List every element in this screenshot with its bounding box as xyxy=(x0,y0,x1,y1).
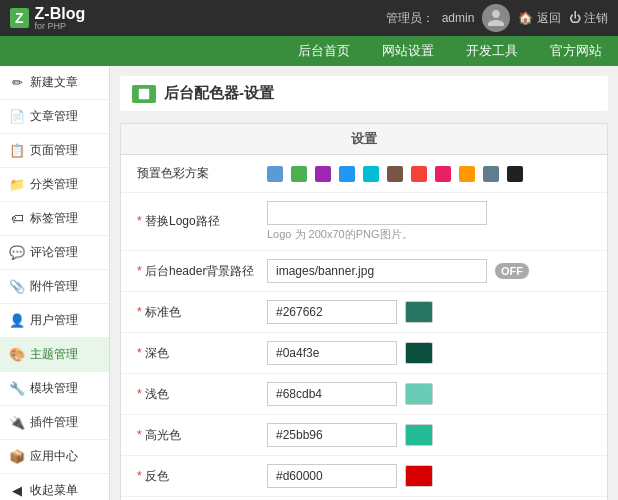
sidebar-item-plugin[interactable]: 🔌 插件管理 xyxy=(0,406,109,440)
sidebar-item-tag[interactable]: 🏷 标签管理 xyxy=(0,202,109,236)
value-dark-color xyxy=(267,341,591,365)
user-icon: 👤 xyxy=(10,314,24,328)
label-standard-color: 标准色 xyxy=(137,304,267,321)
sidebar-label-category: 分类管理 xyxy=(30,176,78,193)
sidebar-label-new-post: 新建文章 xyxy=(30,74,78,91)
page-title: 后台配色器-设置 xyxy=(164,84,274,103)
standard-color-input[interactable] xyxy=(267,300,397,324)
swatch-7[interactable] xyxy=(435,166,451,182)
label-reverse-color: 反色 xyxy=(137,468,267,485)
header-bg-input[interactable] xyxy=(267,259,487,283)
logo-path-input[interactable] xyxy=(267,201,487,225)
page-title-bar: 后台配色器-设置 xyxy=(120,76,608,111)
svg-rect-0 xyxy=(139,88,150,99)
tag-icon: 🏷 xyxy=(10,212,24,226)
back-link[interactable]: 🏠 返回 xyxy=(518,10,560,27)
avatar xyxy=(482,4,510,32)
row-preset-color: 预置色彩方案 xyxy=(121,155,607,193)
dark-color-input[interactable] xyxy=(267,341,397,365)
plugin-icon: 🔌 xyxy=(10,416,24,430)
reverse-color-input[interactable] xyxy=(267,464,397,488)
sidebar-item-comment[interactable]: 💬 评论管理 xyxy=(0,236,109,270)
page-icon: 📋 xyxy=(10,144,24,158)
sidebar-item-app-center[interactable]: 📦 应用中心 xyxy=(0,440,109,474)
swatch-10[interactable] xyxy=(507,166,523,182)
label-highlight-color: 高光色 xyxy=(137,427,267,444)
logout-link[interactable]: ⏻ 注销 xyxy=(569,10,608,27)
swatch-0[interactable] xyxy=(267,166,283,182)
nav-site-settings[interactable]: 网站设置 xyxy=(366,36,450,66)
row-light-color: 浅色 xyxy=(121,374,607,415)
nav-dashboard[interactable]: 后台首页 xyxy=(282,36,366,66)
sidebar-label-collapse: 收起菜单 xyxy=(30,482,78,499)
logo-area: Z Z-Blog for PHP xyxy=(10,5,85,31)
page-title-icon xyxy=(132,85,156,103)
settings-box: 设置 预置色彩方案 xyxy=(120,123,608,500)
collapse-icon: ◀ xyxy=(10,484,24,498)
label-light-color: 浅色 xyxy=(137,386,267,403)
sidebar-label-attachment: 附件管理 xyxy=(30,278,78,295)
row-standard-color: 标准色 xyxy=(121,292,607,333)
standard-color-preview[interactable] xyxy=(405,301,433,323)
sidebar-label-post: 文章管理 xyxy=(30,108,78,125)
post-icon: 📄 xyxy=(10,110,24,124)
swatch-4[interactable] xyxy=(363,166,379,182)
value-replace-logo: Logo 为 200x70的PNG图片。 xyxy=(267,201,591,242)
sidebar-item-post-management[interactable]: 📄 文章管理 xyxy=(0,100,109,134)
highlight-color-input[interactable] xyxy=(267,423,397,447)
swatch-3[interactable] xyxy=(339,166,355,182)
sidebar-label-app: 应用中心 xyxy=(30,448,78,465)
new-post-icon: ✏ xyxy=(10,76,24,90)
main-content: 后台配色器-设置 设置 预置色彩方案 xyxy=(110,66,618,500)
reverse-color-preview[interactable] xyxy=(405,465,433,487)
user-info: 管理员： admin 🏠 返回 ⏻ 注销 xyxy=(386,4,608,32)
swatch-9[interactable] xyxy=(483,166,499,182)
row-dark-color: 深色 xyxy=(121,333,607,374)
sidebar-item-attachment[interactable]: 📎 附件管理 xyxy=(0,270,109,304)
sidebar-item-new-post[interactable]: ✏ 新建文章 xyxy=(0,66,109,100)
label-preset-color: 预置色彩方案 xyxy=(137,165,267,182)
logo-brand: Z-Blog for PHP xyxy=(35,5,86,31)
label-header-bg: 后台header背景路径 xyxy=(137,263,267,280)
value-light-color xyxy=(267,382,591,406)
value-standard-color xyxy=(267,300,591,324)
module-icon: 🔧 xyxy=(10,382,24,396)
nav-dev-tools[interactable]: 开发工具 xyxy=(450,36,534,66)
value-header-bg: OFF xyxy=(267,259,591,283)
nav-official-site[interactable]: 官方网站 xyxy=(534,36,618,66)
sidebar-item-category[interactable]: 📁 分类管理 xyxy=(0,168,109,202)
swatch-1[interactable] xyxy=(291,166,307,182)
sidebar-label-module: 模块管理 xyxy=(30,380,78,397)
label-replace-logo: 替换Logo路径 xyxy=(137,213,267,230)
sidebar-item-module[interactable]: 🔧 模块管理 xyxy=(0,372,109,406)
highlight-color-preview[interactable] xyxy=(405,424,433,446)
sidebar-item-user[interactable]: 👤 用户管理 xyxy=(0,304,109,338)
sidebar: ✏ 新建文章 📄 文章管理 📋 页面管理 📁 分类管理 🏷 标签管理 💬 评论管… xyxy=(0,66,110,500)
row-replace-logo: 替换Logo路径 Logo 为 200x70的PNG图片。 xyxy=(121,193,607,251)
sidebar-item-collapse[interactable]: ◀ 收起菜单 xyxy=(0,474,109,500)
theme-icon: 🎨 xyxy=(10,348,24,362)
swatch-2[interactable] xyxy=(315,166,331,182)
header: Z Z-Blog for PHP 管理员： admin 🏠 返回 ⏻ 注销 xyxy=(0,0,618,36)
row-reverse-color: 反色 xyxy=(121,456,607,497)
header-bg-toggle[interactable]: OFF xyxy=(495,263,529,279)
sidebar-label-tag: 标签管理 xyxy=(30,210,78,227)
swatch-5[interactable] xyxy=(387,166,403,182)
swatch-8[interactable] xyxy=(459,166,475,182)
light-color-preview[interactable] xyxy=(405,383,433,405)
row-header-bg: 后台header背景路径 OFF xyxy=(121,251,607,292)
sidebar-item-page-management[interactable]: 📋 页面管理 xyxy=(0,134,109,168)
user-label: 管理员： xyxy=(386,10,434,27)
light-color-input[interactable] xyxy=(267,382,397,406)
sidebar-item-theme[interactable]: 🎨 主题管理 xyxy=(0,338,109,372)
swatch-6[interactable] xyxy=(411,166,427,182)
sidebar-label-theme: 主题管理 xyxy=(30,346,78,363)
sidebar-label-comment: 评论管理 xyxy=(30,244,78,261)
value-preset-color xyxy=(267,166,591,182)
layout: ✏ 新建文章 📄 文章管理 📋 页面管理 📁 分类管理 🏷 标签管理 💬 评论管… xyxy=(0,66,618,500)
top-nav: 后台首页 网站设置 开发工具 官方网站 xyxy=(0,36,618,66)
category-icon: 📁 xyxy=(10,178,24,192)
logo-hint: Logo 为 200x70的PNG图片。 xyxy=(267,227,487,242)
dark-color-preview[interactable] xyxy=(405,342,433,364)
attachment-icon: 📎 xyxy=(10,280,24,294)
